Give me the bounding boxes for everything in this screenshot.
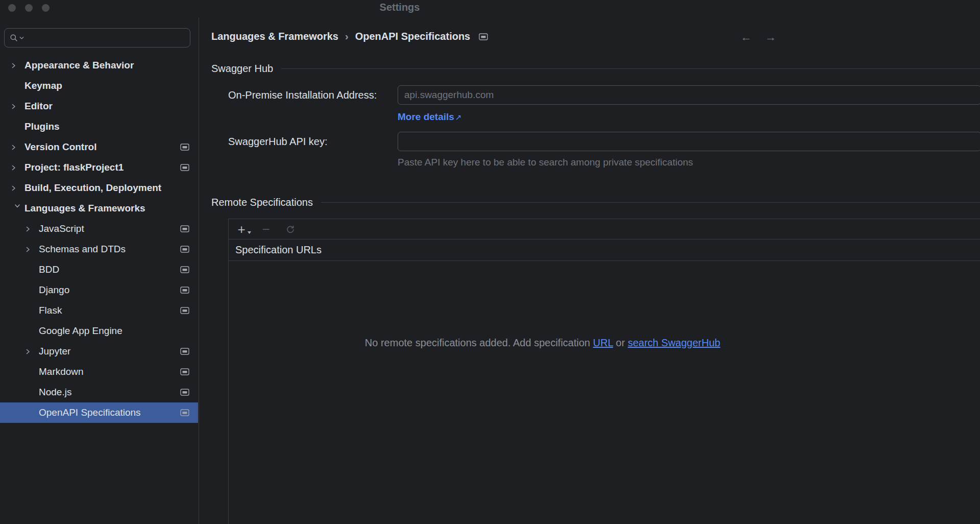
project-scope-icon bbox=[479, 33, 488, 41]
sidebar-item-label: BDD bbox=[39, 264, 59, 275]
address-field-wrap bbox=[398, 85, 980, 105]
traffic-lights bbox=[8, 4, 50, 12]
chevron-right-icon[interactable] bbox=[24, 348, 39, 355]
chevron-right-icon[interactable] bbox=[10, 185, 24, 192]
sidebar-item-label: Keymap bbox=[24, 80, 62, 91]
on-premise-address-input[interactable] bbox=[398, 85, 980, 105]
sidebar-item-jupyter[interactable]: Jupyter bbox=[0, 341, 198, 362]
settings-sidebar: Appearance & BehaviorKeymapEditorPlugins… bbox=[0, 17, 199, 524]
close-window-button[interactable] bbox=[8, 4, 16, 12]
refresh-icon bbox=[286, 225, 295, 234]
sidebar-item-node-js[interactable]: Node.js bbox=[0, 382, 198, 402]
project-scope-icon bbox=[180, 388, 190, 396]
sidebar-item-google-app-engine[interactable]: Google App Engine bbox=[0, 321, 198, 341]
empty-state-prefix: No remote specifications added. Add spec… bbox=[365, 337, 593, 348]
remove-specification-button[interactable]: − bbox=[260, 224, 272, 235]
sidebar-item-label: Project: flaskProject1 bbox=[24, 162, 124, 173]
sidebar-item-editor[interactable]: Editor bbox=[0, 96, 198, 116]
sidebar-item-django[interactable]: Django bbox=[0, 280, 198, 300]
search-swaggerhub-link[interactable]: search SwaggerHub bbox=[628, 337, 720, 348]
sidebar-item-markdown[interactable]: Markdown bbox=[0, 362, 198, 382]
sidebar-item-label: Appearance & Behavior bbox=[24, 60, 134, 71]
api-key-field-wrap bbox=[398, 132, 980, 151]
sidebar-item-plugins[interactable]: Plugins bbox=[0, 116, 198, 137]
external-link-icon: ↗ bbox=[455, 113, 462, 122]
project-scope-icon bbox=[180, 286, 190, 294]
sidebar-item-version-control[interactable]: Version Control bbox=[0, 137, 198, 157]
swagger-hub-section-title: Swagger Hub bbox=[211, 63, 273, 75]
api-key-hint: Paste API key here to be able to search … bbox=[398, 157, 693, 168]
more-details-label: More details bbox=[398, 111, 454, 122]
empty-state-middle: or bbox=[613, 337, 628, 348]
sidebar-item-label: Editor bbox=[24, 101, 53, 112]
project-scope-icon bbox=[180, 143, 190, 151]
settings-window: Settings Appearance & BehaviorKeymapEdit… bbox=[0, 0, 980, 524]
settings-content: Languages & Frameworks › OpenAPI Specifi… bbox=[200, 17, 980, 524]
sidebar-item-label: Django bbox=[39, 284, 69, 296]
remote-specs-toolbar: + − bbox=[229, 219, 980, 240]
sidebar-item-label: JavaScript bbox=[39, 223, 84, 234]
section-divider bbox=[281, 68, 980, 69]
minus-icon: − bbox=[262, 224, 270, 234]
sidebar-item-build-execution-deployment[interactable]: Build, Execution, Deployment bbox=[0, 178, 198, 198]
sidebar-item-label: Flask bbox=[39, 305, 62, 316]
project-scope-icon bbox=[180, 306, 190, 315]
sidebar-item-openapi-specifications[interactable]: OpenAPI Specifications bbox=[0, 402, 198, 423]
sidebar-item-label: Node.js bbox=[39, 387, 71, 398]
remote-specs-section-title: Remote Specifications bbox=[211, 197, 313, 208]
titlebar: Settings bbox=[0, 0, 980, 17]
breadcrumb-current: OpenAPI Specifications bbox=[355, 31, 471, 42]
sidebar-item-label: Markdown bbox=[39, 366, 84, 377]
chevron-right-icon[interactable] bbox=[10, 144, 24, 151]
add-specification-button[interactable]: + bbox=[236, 224, 247, 235]
project-scope-icon bbox=[180, 245, 190, 253]
minimize-window-button[interactable] bbox=[25, 4, 33, 12]
sidebar-item-flask[interactable]: Flask bbox=[0, 300, 198, 321]
chevron-right-icon[interactable] bbox=[10, 103, 24, 110]
sidebar-item-label: OpenAPI Specifications bbox=[39, 407, 141, 418]
empty-state-text: No remote specifications added. Add spec… bbox=[365, 337, 720, 349]
remote-specs-section-header: Remote Specifications bbox=[211, 195, 980, 209]
sidebar-item-bdd[interactable]: BDD bbox=[0, 259, 198, 280]
breadcrumb: Languages & Frameworks › OpenAPI Specifi… bbox=[211, 31, 488, 42]
project-scope-icon bbox=[180, 368, 190, 376]
chevron-right-icon[interactable] bbox=[24, 246, 39, 253]
swaggerhub-api-key-input[interactable] bbox=[398, 132, 980, 151]
breadcrumb-parent[interactable]: Languages & Frameworks bbox=[211, 31, 338, 42]
search-icon bbox=[10, 34, 18, 42]
add-url-link[interactable]: URL bbox=[593, 337, 613, 348]
refresh-specifications-button[interactable] bbox=[285, 224, 296, 235]
settings-search-input[interactable] bbox=[26, 33, 185, 43]
chevron-down-icon[interactable] bbox=[14, 202, 21, 217]
forward-arrow-icon[interactable]: → bbox=[765, 31, 776, 44]
sidebar-item-keymap[interactable]: Keymap bbox=[0, 76, 198, 96]
chevron-right-icon[interactable] bbox=[24, 226, 39, 232]
sidebar-item-javascript[interactable]: JavaScript bbox=[0, 219, 198, 239]
chevron-right-icon[interactable] bbox=[10, 164, 24, 171]
sidebar-item-languages-frameworks[interactable]: Languages & Frameworks bbox=[0, 198, 198, 219]
sidebar-item-label: Version Control bbox=[24, 141, 96, 153]
sidebar-item-label: Plugins bbox=[24, 121, 60, 132]
chevron-right-icon[interactable] bbox=[10, 62, 24, 69]
remote-specs-panel: + − Specification URLs No remote specifi… bbox=[228, 219, 980, 524]
settings-search-box[interactable] bbox=[4, 28, 190, 47]
sidebar-item-project-flaskproject1[interactable]: Project: flaskProject1 bbox=[0, 157, 198, 178]
sidebar-item-schemas-and-dtds[interactable]: Schemas and DTDs bbox=[0, 239, 198, 259]
api-key-label: SwaggerHub API key: bbox=[228, 135, 328, 148]
zoom-window-button[interactable] bbox=[42, 4, 50, 12]
address-label: On-Premise Installation Address: bbox=[228, 89, 377, 101]
more-details-link[interactable]: More details↗ bbox=[398, 111, 461, 124]
window-title: Settings bbox=[380, 2, 420, 13]
project-scope-icon bbox=[180, 347, 190, 355]
sidebar-item-label: Jupyter bbox=[39, 346, 70, 357]
project-scope-icon bbox=[180, 266, 190, 274]
swagger-hub-section-header: Swagger Hub bbox=[211, 61, 980, 76]
back-arrow-icon[interactable]: ← bbox=[741, 31, 752, 44]
history-nav: ← → bbox=[741, 31, 776, 44]
sidebar-item-appearance-behavior[interactable]: Appearance & Behavior bbox=[0, 55, 198, 76]
sidebar-item-label: Schemas and DTDs bbox=[39, 244, 126, 255]
search-history-chevron-icon[interactable] bbox=[19, 36, 24, 40]
spec-urls-column-header: Specification URLs bbox=[229, 240, 980, 261]
add-dropdown-triangle-icon bbox=[248, 224, 251, 234]
project-scope-icon bbox=[180, 409, 190, 417]
